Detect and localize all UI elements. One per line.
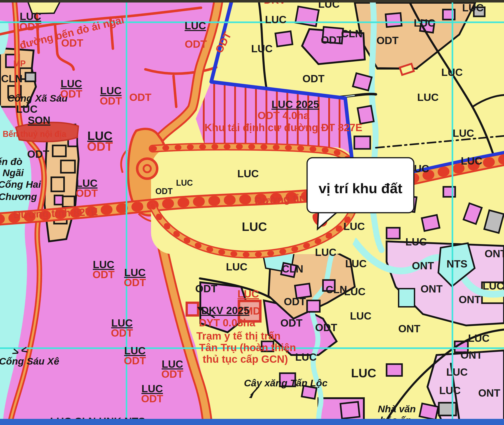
zone-label: ODT — [87, 139, 113, 153]
bottom-blue-bar — [0, 419, 504, 425]
zone-label: ODT — [124, 355, 146, 367]
plan-label: DYT 0.08ha — [199, 317, 255, 329]
zone-label: ONT — [460, 349, 482, 361]
zone-label: LUC — [461, 155, 482, 167]
zone-label: LUC — [345, 258, 367, 270]
zone-label: ODT — [124, 277, 146, 288]
zone-label: ONT — [420, 283, 442, 295]
zone-label: LUC — [406, 236, 427, 248]
zone-label: ODT — [321, 34, 343, 46]
zone-label: LUC — [226, 261, 248, 273]
zone-label: LUC — [343, 220, 365, 232]
plan-label: ODT 4.0ha — [258, 110, 309, 121]
zone-label: ODT — [161, 368, 183, 380]
zone-label: LUC — [185, 20, 206, 32]
zone-label: ODT — [111, 327, 133, 339]
zone-label: ONT — [478, 387, 500, 399]
place-label: ái Ngãi — [0, 167, 24, 178]
zone-label: LUC — [468, 332, 490, 344]
zone-label: ONT — [484, 248, 504, 259]
zone-label: ONT — [412, 260, 434, 272]
zone-label: ODT — [129, 91, 151, 103]
zone-label: ODT — [185, 38, 207, 50]
zone-label: ODT — [195, 283, 217, 295]
zone-label: LUC — [462, 2, 484, 14]
roundabout-inner — [144, 165, 151, 172]
zone-label: LUC — [453, 127, 474, 139]
water-bit-b — [399, 289, 414, 307]
plan-label: Khu tái định cư đường ĐT 827E — [205, 122, 362, 133]
zone-label: ODT — [376, 34, 398, 46]
zone-label: LUC — [439, 385, 461, 396]
zone-label: LUC — [16, 103, 38, 115]
zone-label: LUC — [238, 288, 259, 300]
zone-label: ODT — [92, 269, 114, 280]
zone-label: LUC — [315, 246, 337, 258]
zone-label: ODT — [315, 322, 337, 333]
zone-label: ODT — [61, 37, 83, 49]
zone-label: LUC — [446, 366, 468, 378]
zone-label: CLN — [341, 28, 363, 40]
top-dark-bar — [0, 0, 504, 2]
zone-label: LUC — [176, 178, 193, 187]
place-label: Bến thuỷ nội địa — [3, 129, 66, 139]
map-viewport: LUC ODT đường bến đò ái ngãi ODT MP Cống… — [0, 0, 504, 425]
plan-label: Trạm y tế thị trấn — [196, 330, 281, 342]
place-label: Cống Hai — [0, 179, 41, 190]
plan-label: LUC 2025 — [271, 98, 319, 110]
place-label: Cống Xã Sáu — [7, 93, 67, 104]
zone-label: MP — [13, 59, 26, 68]
place-label: Cống Sáu Xê — [0, 356, 59, 367]
zone-label: LUC — [414, 17, 435, 29]
zone-label: LUC — [417, 91, 439, 103]
zone-label: LUC — [295, 351, 317, 363]
zone-label: ODT — [141, 393, 163, 405]
zone-label: LUC — [483, 280, 504, 292]
place-label: SON — [28, 114, 50, 126]
zone-label: LUC — [237, 168, 259, 179]
zone-label: ODT — [27, 148, 49, 160]
zone-label: ODT — [155, 186, 173, 196]
place-label: Chương — [0, 191, 37, 202]
place-label: Nhà văn — [378, 403, 416, 414]
zone-label: LUC — [441, 66, 463, 78]
plan-label: Tân Trụ (hoàn thiện — [199, 342, 296, 353]
zone-label: ODT — [302, 73, 324, 85]
zone-label: LUC — [265, 14, 287, 26]
zone-label: CLN — [1, 73, 23, 85]
zone-label: LUC — [242, 220, 267, 233]
zoning-map: LUC ODT đường bến đò ái ngãi ODT MP Cống… — [0, 0, 504, 425]
zone-label: LUC — [350, 310, 372, 322]
callout-label: vị trí khu đất — [319, 180, 402, 196]
place-label: bến đò — [0, 156, 22, 167]
zone-label: LUC — [351, 366, 376, 380]
plan-label: thủ tục cấp GCN) — [203, 353, 288, 365]
parcel-dyt-red — [187, 303, 198, 315]
zone-label: ODT — [280, 317, 302, 329]
zone-label: ODT — [60, 88, 82, 100]
zone-label: ONT — [398, 323, 420, 335]
zone-label: LUC — [251, 43, 273, 54]
place-label: Cây xăng Tấn Lộc — [244, 378, 327, 388]
zone-label: ONT — [458, 294, 481, 305]
zone-label: ODT — [76, 187, 98, 199]
zone-label: CLN — [282, 263, 303, 275]
zone-label: ODT — [284, 296, 306, 307]
zone-label: ODT — [100, 95, 122, 107]
zone-label: CLN — [326, 284, 347, 295]
zone-label: ODT — [19, 21, 41, 33]
zone-label: NTS — [446, 258, 467, 270]
zone-label: LUC — [344, 286, 366, 298]
